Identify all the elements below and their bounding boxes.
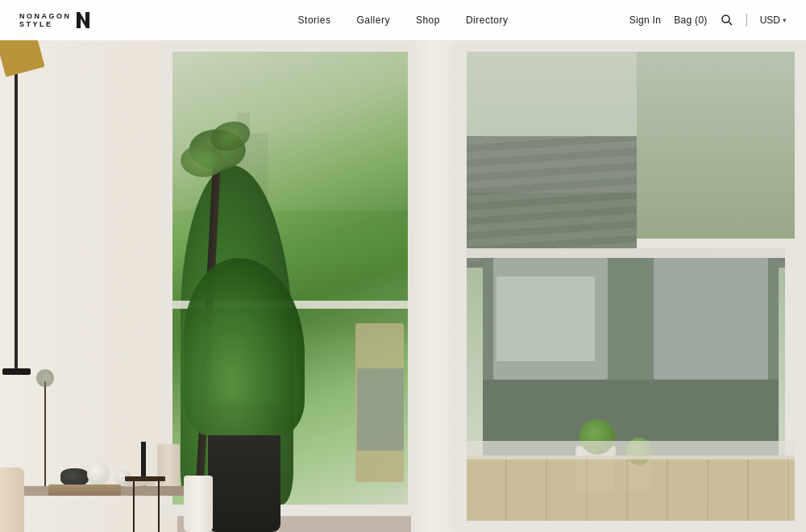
dark-pot-foreground [208, 403, 280, 532]
header-divider [746, 14, 747, 27]
wood-box [48, 484, 121, 496]
nav-directory[interactable]: Directory [466, 15, 509, 26]
svg-line-1 [729, 23, 732, 26]
currency-chevron-icon: ▾ [783, 16, 787, 24]
ceramic-vessel [184, 476, 213, 532]
nav-shop[interactable]: Shop [416, 15, 440, 26]
logo-line2: STYLE [19, 20, 72, 28]
logo[interactable]: NONAGON STYLE [19, 10, 91, 30]
main-nav: Stories Gallery Shop Directory [298, 15, 509, 26]
signin-button[interactable]: Sign In [629, 15, 661, 26]
side-table-top [125, 476, 165, 481]
nav-stories[interactable]: Stories [298, 15, 331, 26]
logo-line1: NONAGON [19, 12, 72, 20]
logo-icon [75, 10, 91, 30]
currency-label: USD [760, 15, 780, 26]
center-column [411, 40, 455, 532]
sofa-arm [0, 468, 24, 532]
hero-image [0, 0, 806, 532]
table-leg-1 [133, 480, 135, 532]
header: NONAGON STYLE Stories Gallery Shop Direc… [0, 0, 806, 40]
svg-point-0 [722, 15, 729, 23]
nav-gallery[interactable]: Gallery [356, 15, 390, 26]
currency-selector[interactable]: USD ▾ [760, 15, 787, 26]
window-right [455, 40, 806, 532]
dried-plant-stem [44, 381, 46, 486]
stone-decor [60, 468, 89, 486]
header-actions: Sign In Bag (0) USD ▾ [629, 14, 787, 27]
bag-button[interactable]: Bag (0) [674, 15, 707, 26]
left-wall [0, 40, 177, 532]
floor-lamp [15, 64, 18, 371]
sphere-decor [87, 463, 110, 485]
table-leg-2 [158, 480, 160, 532]
search-icon[interactable] [721, 14, 733, 27]
